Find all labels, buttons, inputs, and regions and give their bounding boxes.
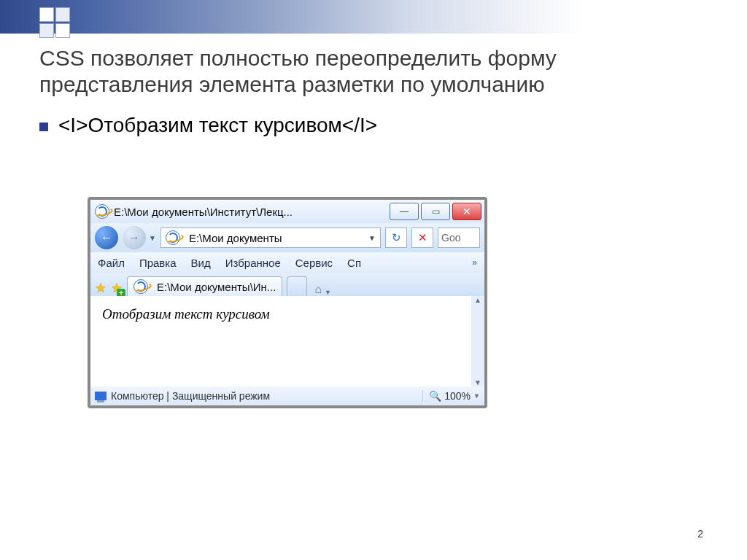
computer-icon (95, 392, 107, 400)
menu-more-icon[interactable]: » (472, 257, 477, 268)
tab-favicon-icon (133, 279, 148, 294)
scroll-down-icon[interactable]: ▼ (474, 378, 481, 386)
home-dropdown-icon[interactable]: ▼ (325, 289, 331, 296)
menu-help[interactable]: Сп (347, 257, 361, 269)
address-dropdown-icon[interactable]: ▼ (368, 234, 376, 242)
slide: CSS позволяет полностью переопределить ф… (0, 0, 747, 560)
zoom-value: 100% (444, 390, 471, 402)
close-button[interactable]: ✕ (452, 203, 481, 220)
bullet-square-icon (39, 122, 48, 131)
search-placeholder: Goo (441, 232, 460, 244)
page-viewport: Отобразим текст курсивом ▲ ▼ (90, 296, 484, 386)
zoom-control[interactable]: 🔍 100% ▼ (422, 390, 480, 402)
bullet-text: <I>Отобразим текст курсивом</I> (58, 114, 377, 137)
menu-file[interactable]: Файл (98, 257, 125, 269)
tabbar: ★ ★ E:\Мои документы\Ин... ⌂ ▼ (90, 273, 484, 296)
home-icon[interactable]: ⌂ (314, 283, 322, 296)
address-bar[interactable]: E:\Мои документы ▼ (160, 228, 381, 248)
window-controls: — ▭ ✕ (390, 203, 481, 220)
add-favorite-icon[interactable]: ★ (111, 280, 123, 296)
statusbar: Компьютер | Защищенный режим 🔍 100% ▼ (90, 386, 484, 405)
ie-window: E:\Мои документы\Институт\Лекц... — ▭ ✕ … (88, 197, 487, 408)
menubar: Файл Правка Вид Избранное Сервис Сп » (90, 252, 484, 273)
tab-label: E:\Мои документы\Ин... (157, 281, 276, 293)
vertical-scrollbar[interactable]: ▲ ▼ (471, 296, 484, 386)
menu-view[interactable]: Вид (191, 257, 211, 269)
address-text: E:\Мои документы (189, 232, 282, 244)
new-tab-button[interactable] (287, 276, 307, 296)
search-box[interactable]: Goo (438, 228, 480, 248)
favorites-star-icon[interactable]: ★ (95, 280, 107, 296)
bullet-item: <I>Отобразим текст курсивом</I> (39, 114, 711, 137)
header-band (0, 0, 747, 34)
menu-edit[interactable]: Правка (139, 257, 177, 269)
menu-fav[interactable]: Избранное (225, 257, 281, 269)
forward-button[interactable]: → (123, 226, 146, 249)
slide-title: CSS позволяет полностью переопределить ф… (39, 45, 711, 98)
page-body-text: Отобразим текст курсивом (90, 296, 282, 386)
tab-active[interactable]: E:\Мои документы\Ин... (127, 276, 282, 296)
ie-logo-icon (95, 204, 109, 219)
stop-button[interactable]: ✕ (411, 228, 433, 248)
maximize-button[interactable]: ▭ (421, 203, 450, 220)
status-text: Компьютер | Защищенный режим (111, 390, 270, 402)
scroll-up-icon[interactable]: ▲ (474, 296, 481, 304)
header-squares-icon (39, 7, 83, 39)
refresh-button[interactable]: ↻ (385, 228, 407, 248)
minimize-button[interactable]: — (390, 203, 419, 220)
magnifier-icon: 🔍 (429, 390, 441, 402)
slide-page-number: 2 (697, 528, 703, 540)
menu-tools[interactable]: Сервис (295, 257, 333, 269)
titlebar: E:\Мои документы\Институт\Лекц... — ▭ ✕ (90, 200, 484, 223)
zoom-dropdown-icon[interactable]: ▼ (473, 392, 480, 400)
bullet-list: <I>Отобразим текст курсивом</I> (39, 114, 711, 144)
history-dropdown-icon[interactable]: ▼ (149, 234, 156, 242)
back-button[interactable]: ← (95, 226, 118, 249)
ie-favicon-icon (166, 230, 180, 245)
window-title: E:\Мои документы\Институт\Лекц... (114, 206, 390, 218)
navbar: ← → ▼ E:\Мои документы ▼ ↻ ✕ Goo (90, 223, 484, 252)
